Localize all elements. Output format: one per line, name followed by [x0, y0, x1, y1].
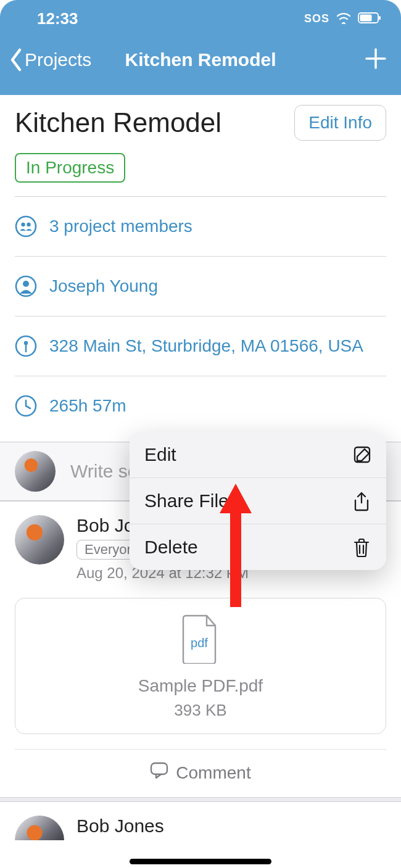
- menu-edit-label: Edit: [144, 444, 176, 465]
- menu-share-label: Share Files: [144, 490, 238, 511]
- pdf-icon: pdf: [181, 614, 220, 666]
- home-indicator: [130, 859, 271, 864]
- section-gap: [0, 797, 401, 802]
- svg-rect-2: [379, 16, 381, 20]
- wifi-icon: [336, 9, 352, 28]
- context-menu: Edit Share Files Delete: [130, 432, 386, 570]
- address-text: 328 Main St, Sturbridge, MA 01566, USA: [49, 336, 363, 356]
- time-logged: 265h 57m: [49, 396, 126, 416]
- owner-row[interactable]: Joseph Young: [0, 257, 401, 316]
- page-title: Kitchen Remodel: [15, 107, 221, 138]
- svg-rect-13: [151, 763, 167, 774]
- members-label: 3 project members: [49, 217, 192, 236]
- svg-point-3: [16, 217, 36, 236]
- svg-point-7: [23, 281, 29, 287]
- sos-indicator: SOS: [304, 12, 329, 25]
- comment-button[interactable]: Comment: [15, 749, 386, 797]
- menu-edit[interactable]: Edit: [130, 432, 386, 478]
- attachment-size: 393 KB: [15, 701, 386, 720]
- avatar[interactable]: [15, 515, 64, 564]
- svg-text:pdf: pdf: [191, 636, 208, 650]
- svg-rect-1: [360, 14, 372, 21]
- post-author: Bob Jones: [76, 816, 164, 837]
- avatar: [15, 451, 56, 492]
- battery-icon: [358, 9, 382, 28]
- back-button[interactable]: Projects: [9, 48, 91, 72]
- pin-icon: [15, 335, 37, 357]
- post: Bob Jones: [0, 802, 401, 840]
- back-label: Projects: [25, 49, 91, 70]
- person-icon: [15, 275, 37, 297]
- attachment-card[interactable]: pdf Sample PDF.pdf 393 KB: [15, 598, 386, 734]
- avatar[interactable]: [15, 816, 64, 840]
- edit-icon: [353, 445, 371, 464]
- members-icon: [15, 215, 37, 238]
- menu-delete-label: Delete: [144, 537, 198, 558]
- address-row[interactable]: 328 Main St, Sturbridge, MA 01566, USA: [0, 316, 401, 376]
- clock-icon: [15, 395, 37, 417]
- share-icon: [353, 492, 371, 510]
- status-badge: In Progress: [15, 153, 125, 183]
- menu-share-files[interactable]: Share Files: [130, 478, 386, 524]
- members-row[interactable]: 3 project members: [0, 197, 401, 256]
- attachment-name: Sample PDF.pdf: [15, 676, 386, 696]
- status-time: 12:33: [37, 9, 78, 28]
- time-row[interactable]: 265h 57m: [0, 376, 401, 436]
- svg-point-4: [21, 223, 25, 226]
- trash-icon: [353, 538, 371, 556]
- compose-placeholder: Write so: [70, 461, 138, 482]
- comment-label: Comment: [176, 763, 250, 783]
- menu-delete[interactable]: Delete: [130, 524, 386, 570]
- add-button[interactable]: [362, 44, 390, 75]
- owner-name: Joseph Young: [49, 276, 158, 296]
- chevron-left-icon: [9, 48, 23, 72]
- svg-point-5: [27, 223, 30, 226]
- plus-icon: [365, 48, 386, 69]
- nav-title: Kitchen Remodel: [125, 49, 276, 70]
- comment-icon: [150, 762, 168, 783]
- edit-info-button[interactable]: Edit Info: [294, 105, 386, 141]
